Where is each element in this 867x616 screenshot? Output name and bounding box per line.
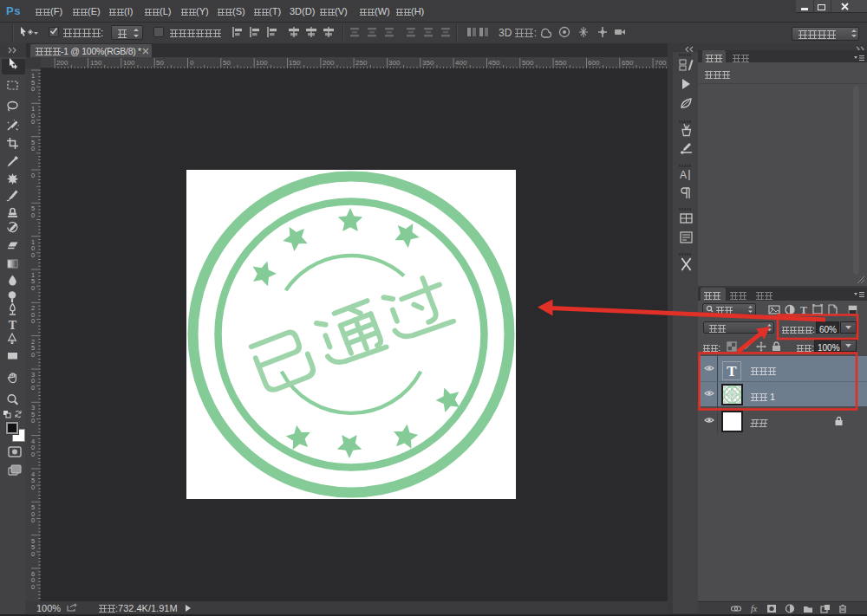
svg-text:500: 500 [522, 59, 534, 67]
svg-text:0: 0 [31, 451, 35, 458]
svg-text:0: 0 [31, 251, 35, 259]
svg-text:550: 550 [555, 59, 567, 67]
svg-text:0: 0 [31, 550, 35, 558]
svg-text:0: 0 [31, 317, 35, 325]
svg-text:50: 50 [223, 59, 231, 67]
svg-text:50: 50 [156, 59, 164, 67]
svg-text:0: 0 [31, 351, 35, 359]
svg-text:fx: fx [751, 604, 758, 613]
svg-text:200: 200 [56, 59, 68, 67]
svg-text:300: 300 [388, 59, 401, 67]
svg-text:0: 0 [31, 384, 35, 392]
svg-text:T: T [800, 304, 807, 315]
svg-text:100: 100 [123, 59, 135, 67]
svg-text:150: 150 [90, 59, 102, 67]
svg-text:0: 0 [31, 118, 35, 126]
svg-text:0: 0 [31, 85, 35, 93]
svg-text:0: 0 [31, 284, 35, 292]
svg-text:0: 0 [31, 172, 35, 179]
svg-text:100: 100 [256, 59, 268, 67]
svg-text:T: T [9, 319, 17, 332]
svg-text:0: 0 [31, 516, 35, 524]
svg-text:A: A [680, 169, 687, 181]
svg-text:0: 0 [31, 211, 35, 219]
svg-text:200: 200 [323, 59, 335, 67]
svg-text:0: 0 [31, 417, 35, 425]
svg-text:0: 0 [190, 59, 194, 67]
svg-text:700: 700 [655, 59, 667, 67]
svg-text:0: 0 [31, 483, 35, 491]
svg-text:150: 150 [289, 59, 301, 67]
svg-text:450: 450 [488, 59, 500, 67]
svg-text:400: 400 [455, 59, 467, 67]
svg-text:0: 0 [31, 145, 35, 152]
svg-text:600: 600 [588, 59, 600, 67]
svg-text:650: 650 [622, 59, 634, 67]
svg-text:350: 350 [422, 59, 434, 67]
svg-text:250: 250 [355, 59, 368, 67]
svg-text:0: 0 [31, 583, 35, 591]
